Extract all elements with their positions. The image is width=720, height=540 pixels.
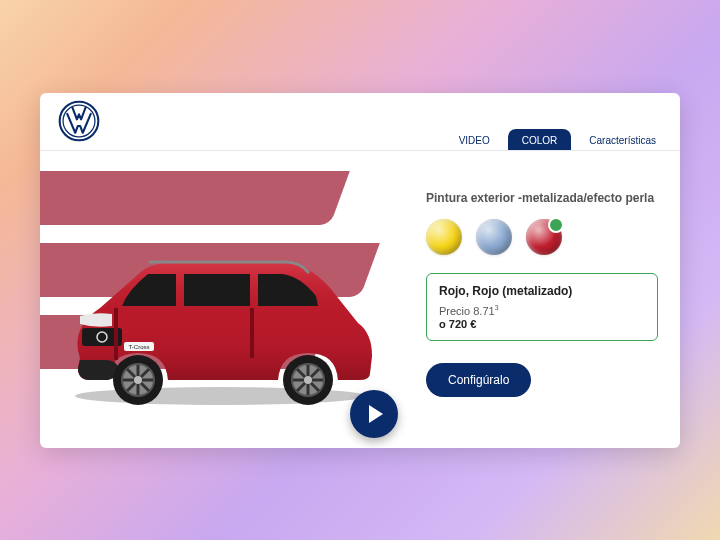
color-panel: Pintura exterior -metalizada/efecto perl… [410,151,680,448]
header: VIDEO COLOR Características [40,93,680,151]
svg-point-16 [134,376,142,384]
tab-video[interactable]: VIDEO [445,129,504,150]
svg-rect-6 [250,308,254,358]
svg-point-1 [63,105,95,137]
swatch-row [426,219,658,255]
preview-pane: T-Cross [40,151,410,448]
configure-button[interactable]: Configúralo [426,363,531,397]
vw-logo-icon [58,100,100,142]
selection-detail: Rojo, Rojo (metalizado) Precio 8.713 o 7… [426,273,658,342]
tab-color[interactable]: COLOR [508,129,572,150]
section-title: Pintura exterior -metalizada/efecto perl… [426,191,658,205]
tab-bar: VIDEO COLOR Características [445,93,670,150]
selection-name: Rojo, Rojo (metalizado) [439,284,645,298]
svg-point-0 [60,102,99,141]
configurator-card: VIDEO COLOR Características [40,93,680,448]
swatch-azul[interactable] [476,219,512,255]
tab-features[interactable]: Características [575,129,670,150]
swatch-amarillo[interactable] [426,219,462,255]
svg-text:T-Cross: T-Cross [129,344,150,350]
play-button[interactable] [350,390,398,438]
swatch-rojo[interactable] [526,219,562,255]
content: T-Cross [40,151,680,448]
selection-price: Precio 8.713 [439,304,645,317]
svg-point-24 [304,376,312,384]
car-image: T-Cross [50,238,390,408]
svg-rect-5 [114,308,118,360]
selection-alt-price: o 720 € [439,318,645,330]
